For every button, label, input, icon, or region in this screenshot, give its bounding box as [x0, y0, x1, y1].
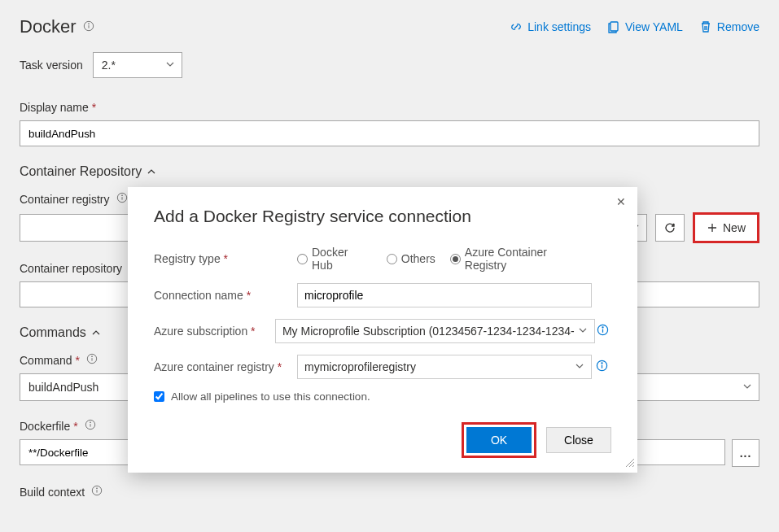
info-icon[interactable] — [597, 324, 609, 338]
registry-type-radio-group: Docker Hub Others Azure Container Regist… — [297, 246, 592, 272]
refresh-icon — [663, 221, 676, 234]
allow-all-checkbox[interactable] — [154, 391, 164, 402]
azure-container-registry-label: Azure container registry — [154, 360, 282, 373]
build-context-label: Build context — [20, 486, 85, 499]
radio-label: Azure Container Registry — [465, 246, 592, 272]
azure-subscription-label: Azure subscription — [154, 325, 256, 338]
chevron-up-icon — [91, 328, 101, 338]
ok-button[interactable]: OK — [466, 427, 532, 453]
container-repository-section[interactable]: Container Repository — [20, 164, 759, 179]
commands-section-label: Commands — [20, 325, 86, 340]
chevron-down-icon — [578, 325, 588, 338]
add-service-connection-dialog: ✕ Add a Docker Registry service connecti… — [128, 187, 637, 473]
task-version-select[interactable]: 2.* — [93, 52, 182, 78]
display-name-label: Display name — [20, 101, 96, 114]
svg-point-21 — [602, 327, 603, 328]
azure-subscription-value: My Microprofile Subscription (01234567-1… — [282, 325, 575, 338]
svg-point-18 — [97, 488, 98, 489]
command-label: Command — [20, 354, 80, 367]
svg-point-15 — [90, 422, 90, 423]
allow-all-label: Allow all pipelines to use this connecti… — [171, 390, 370, 403]
page-title: Docker — [20, 16, 77, 37]
ellipsis-icon: ... — [740, 447, 752, 460]
resize-handle-icon[interactable] — [624, 456, 634, 469]
azure-container-registry-select[interactable]: mymicroprofileregistry — [297, 355, 592, 379]
connection-name-label: Connection name — [154, 289, 251, 302]
info-icon[interactable] — [596, 360, 608, 374]
plus-icon — [707, 222, 718, 233]
remove-label: Remove — [717, 20, 759, 33]
dialog-title: Add a Docker Registry service connection — [154, 207, 611, 226]
task-version-label: Task version — [20, 59, 83, 72]
info-icon[interactable] — [91, 485, 103, 499]
container-repository-section-label: Container Repository — [20, 164, 142, 179]
dialog-close-button[interactable]: ✕ — [616, 195, 626, 208]
svg-rect-3 — [611, 22, 618, 31]
command-value: buildAndPush — [28, 381, 98, 394]
info-icon[interactable] — [116, 192, 128, 206]
info-icon[interactable] — [83, 20, 94, 34]
radio-label: Others — [401, 252, 435, 265]
info-icon[interactable] — [86, 353, 98, 367]
azure-container-registry-value: mymicroprofileregistry — [304, 360, 416, 373]
chevron-down-icon — [165, 59, 175, 72]
svg-point-12 — [92, 356, 93, 357]
radio-docker-hub[interactable]: Docker Hub — [297, 246, 372, 272]
new-button-label: New — [723, 221, 746, 234]
radio-label: Docker Hub — [312, 246, 372, 272]
remove-button[interactable]: Remove — [699, 20, 759, 33]
view-yaml-label: View YAML — [625, 20, 683, 33]
refresh-button[interactable] — [655, 214, 685, 242]
svg-point-6 — [121, 195, 122, 196]
display-name-input[interactable] — [20, 120, 759, 146]
link-settings-button[interactable]: Link settings — [510, 20, 591, 33]
dockerfile-label: Dockerfile — [20, 420, 78, 433]
container-repository-label: Container repository — [20, 262, 122, 275]
task-version-value: 2.* — [102, 59, 116, 72]
chevron-down-icon — [742, 381, 752, 394]
connection-name-input[interactable] — [297, 283, 592, 307]
link-settings-label: Link settings — [527, 20, 591, 33]
container-registry-label: Container registry — [20, 193, 110, 206]
svg-point-24 — [601, 363, 602, 364]
view-yaml-button[interactable]: View YAML — [607, 20, 683, 33]
info-icon[interactable] — [85, 419, 96, 433]
radio-azure-container-registry[interactable]: Azure Container Registry — [450, 246, 592, 272]
azure-subscription-select[interactable]: My Microprofile Subscription (01234567-1… — [275, 319, 595, 343]
browse-button[interactable]: ... — [732, 439, 759, 467]
new-button[interactable]: New — [693, 212, 759, 243]
radio-others[interactable]: Others — [387, 252, 435, 265]
registry-type-label: Registry type — [154, 252, 228, 265]
close-button[interactable]: Close — [546, 427, 611, 453]
chevron-down-icon — [575, 360, 584, 373]
chevron-up-icon — [147, 167, 156, 177]
svg-point-2 — [88, 23, 89, 24]
